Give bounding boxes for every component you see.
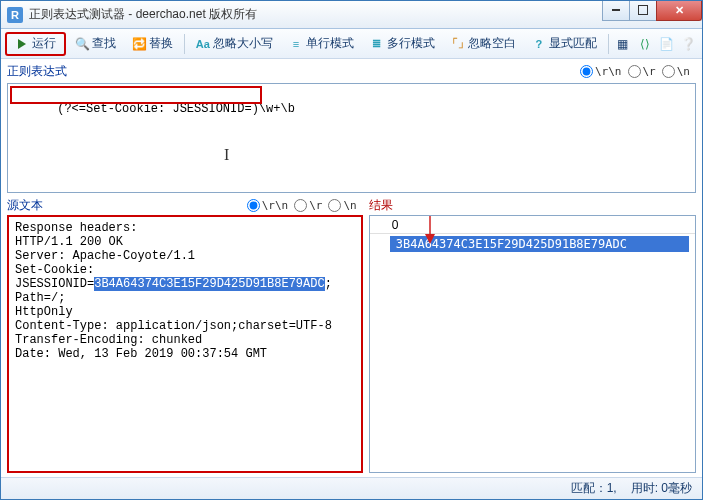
result-header: 结果 <box>369 195 696 215</box>
source-cr-option[interactable]: \r <box>294 199 322 212</box>
source-crlf-radio[interactable] <box>247 199 260 212</box>
result-column: 结果 0 3B4A64374C3E15F29D425D91B8E79ADC <box>369 195 696 473</box>
regex-lf-radio[interactable] <box>662 65 675 78</box>
tool-button-3[interactable]: 📄 <box>656 32 676 56</box>
bottom-row: 源文本 \r\n \r \n Response headers: HTTP/1.… <box>7 195 696 473</box>
find-button[interactable]: 🔍 查找 <box>68 32 123 56</box>
regex-crlf-option[interactable]: \r\n <box>580 65 622 78</box>
source-input[interactable]: Response headers: HTTP/1.1 200 OK Server… <box>7 215 363 473</box>
replace-label: 替换 <box>149 35 173 52</box>
ignorecase-button[interactable]: Aa 忽略大小写 <box>189 32 280 56</box>
regex-crlf-radio[interactable] <box>580 65 593 78</box>
source-crlf-option[interactable]: \r\n <box>247 199 289 212</box>
ignorecase-label: 忽略大小写 <box>213 35 273 52</box>
content-area: 正则表达式 \r\n \r \n (?<=Set-Cookie: JSESSIO… <box>1 59 702 477</box>
regex-lf-option[interactable]: \n <box>662 65 690 78</box>
status-bar: 匹配：1, 用时: 0毫秒 <box>1 477 702 499</box>
search-icon: 🔍 <box>75 37 89 51</box>
window-controls <box>603 1 702 21</box>
result-tree[interactable]: 0 3B4A64374C3E15F29D425D91B8E79ADC <box>369 215 696 473</box>
replace-button[interactable]: 🔁 替换 <box>125 32 180 56</box>
source-label: 源文本 <box>7 197 43 214</box>
multiline-label: 多行模式 <box>387 35 435 52</box>
source-column: 源文本 \r\n \r \n Response headers: HTTP/1.… <box>7 195 363 473</box>
minimize-button[interactable] <box>602 1 630 21</box>
window-title: 正则表达式测试器 - deerchao.net 版权所有 <box>29 6 603 23</box>
ignorews-icon: 「」 <box>451 37 465 51</box>
regex-line-ending-options: \r\n \r \n <box>580 65 690 78</box>
regex-cr-radio[interactable] <box>628 65 641 78</box>
play-icon <box>15 37 29 51</box>
app-window: R 正则表达式测试器 - deerchao.net 版权所有 运行 🔍 查找 🔁… <box>0 0 703 500</box>
grid-icon: ▦ <box>616 37 630 51</box>
explicit-icon: ? <box>532 37 546 51</box>
separator <box>608 34 609 54</box>
app-icon: R <box>7 7 23 23</box>
result-label: 结果 <box>369 197 393 214</box>
find-label: 查找 <box>92 35 116 52</box>
run-label: 运行 <box>32 35 56 52</box>
ignorews-label: 忽略空白 <box>468 35 516 52</box>
status-time: 用时: 0毫秒 <box>631 480 692 497</box>
result-match-item[interactable]: 3B4A64374C3E15F29D425D91B8E79ADC <box>390 236 689 252</box>
explicit-button[interactable]: ? 显式匹配 <box>525 32 604 56</box>
source-header: 源文本 \r\n \r \n <box>7 195 363 215</box>
regex-cr-option[interactable]: \r <box>628 65 656 78</box>
separator <box>184 34 185 54</box>
source-cr-radio[interactable] <box>294 199 307 212</box>
source-lf-option[interactable]: \n <box>328 199 356 212</box>
ignorews-button[interactable]: 「」 忽略空白 <box>444 32 523 56</box>
singleline-button[interactable]: ≡ 单行模式 <box>282 32 361 56</box>
source-line-ending-options: \r\n \r \n <box>247 199 357 212</box>
tool-button-1[interactable]: ▦ <box>613 32 633 56</box>
text-cursor-icon: I <box>224 146 229 164</box>
regex-label: 正则表达式 <box>7 63 67 80</box>
regex-header: 正则表达式 \r\n \r \n <box>7 61 696 81</box>
tool-button-4[interactable]: ❔ <box>678 32 698 56</box>
replace-icon: 🔁 <box>132 37 146 51</box>
tool-button-2[interactable]: ⟨⟩ <box>635 32 655 56</box>
matched-text: 3B4A64374C3E15F29D425D91B8E79ADC <box>94 277 324 291</box>
status-match-count: 匹配：1, <box>571 480 617 497</box>
run-button[interactable]: 运行 <box>5 32 66 56</box>
maximize-button[interactable] <box>629 1 657 21</box>
multiline-icon: ≣ <box>370 37 384 51</box>
singleline-icon: ≡ <box>289 37 303 51</box>
highlight-box <box>10 86 262 104</box>
code-icon: ⟨⟩ <box>638 37 652 51</box>
titlebar: R 正则表达式测试器 - deerchao.net 版权所有 <box>1 1 702 29</box>
result-group-header[interactable]: 0 <box>370 216 695 234</box>
doc-icon: 📄 <box>659 37 673 51</box>
regex-input[interactable]: (?<=Set-Cookie: JSESSIONID=)\w+\b I <box>7 83 696 193</box>
singleline-label: 单行模式 <box>306 35 354 52</box>
source-lf-radio[interactable] <box>328 199 341 212</box>
ignorecase-icon: Aa <box>196 37 210 51</box>
close-button[interactable] <box>656 1 702 21</box>
regex-text: (?<=Set-Cookie: JSESSIONID=)\w+\b <box>57 102 295 116</box>
explicit-label: 显式匹配 <box>549 35 597 52</box>
multiline-button[interactable]: ≣ 多行模式 <box>363 32 442 56</box>
toolbar: 运行 🔍 查找 🔁 替换 Aa 忽略大小写 ≡ 单行模式 ≣ 多行模式 「」 忽… <box>1 29 702 59</box>
help-icon: ❔ <box>681 37 695 51</box>
